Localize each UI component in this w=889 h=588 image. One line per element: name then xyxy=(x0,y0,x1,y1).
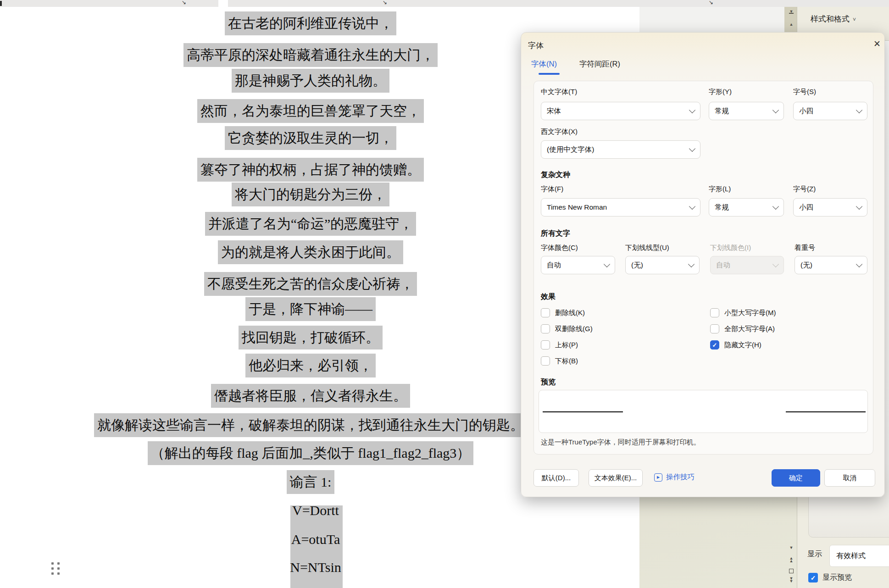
active-tab-underline xyxy=(539,73,560,75)
tab-character-spacing[interactable]: 字符间距(R) xyxy=(579,59,620,69)
checkbox-icon[interactable] xyxy=(541,356,550,366)
size-s-label: 字号(S) xyxy=(793,88,816,96)
chevron-down-icon xyxy=(772,106,779,113)
underline-style-label: 下划线线型(U) xyxy=(625,244,669,252)
workspace-top-strip xyxy=(639,7,784,32)
truetype-note: 这是一种TrueType字体，同时适用于屏幕和打印机。 xyxy=(541,438,700,447)
tips-link[interactable]: ▶ 操作技巧 xyxy=(654,472,695,482)
font-color-label: 字体颜色(C) xyxy=(541,244,578,252)
dialog-title: 字体 xyxy=(528,40,544,51)
cn-font-select[interactable]: 宋体 xyxy=(541,102,700,120)
checkbox-double-strikethrough[interactable]: 双删除线(G) xyxy=(541,323,593,334)
font-f-label: 字体(F) xyxy=(541,185,563,194)
size-z-label: 字号(Z) xyxy=(793,185,816,194)
show-styles-select[interactable]: 有效样式 xyxy=(829,545,889,567)
preview-underline-right xyxy=(786,411,866,412)
font-preview-box xyxy=(539,390,868,433)
style-l-select[interactable]: 常规 xyxy=(709,198,784,216)
emphasis-mark-select[interactable]: (无) xyxy=(795,256,867,274)
previous-page-icon[interactable]: ▲▲ xyxy=(786,557,796,562)
ruler-notch xyxy=(218,0,228,7)
chevron-down-icon xyxy=(772,261,779,267)
font-f-select[interactable]: Times New Roman xyxy=(541,198,700,216)
drag-handle-dots[interactable] xyxy=(51,562,61,577)
western-font-label: 西文字体(X) xyxy=(541,128,578,136)
chevron-down-icon xyxy=(856,203,862,209)
checkbox-icon[interactable] xyxy=(541,340,550,349)
checkbox-strikethrough[interactable]: 删除线(K) xyxy=(541,307,585,318)
effects-heading: 效果 xyxy=(541,292,556,302)
western-font-select[interactable]: (使用中文字体) xyxy=(541,140,700,159)
checkbox-hidden-text[interactable]: ✓隐藏文字(H) xyxy=(710,339,761,350)
chevron-down-icon xyxy=(688,261,695,267)
style-y-select[interactable]: 常规 xyxy=(709,102,784,120)
tab-font[interactable]: 字体(N) xyxy=(531,59,557,69)
preview-heading: 预览 xyxy=(541,377,556,387)
cancel-button[interactable]: 取消 xyxy=(824,469,875,487)
show-label: 显示 xyxy=(807,549,822,559)
play-icon: ▶ xyxy=(654,473,662,482)
pane-title[interactable]: 样式和格式˅ xyxy=(811,14,856,24)
dialog-content-card: 中文字体(T) 字形(Y) 字号(S) 宋体 常规 小四 西文字体(X) (使用… xyxy=(533,81,873,455)
top-ruler-bar: ↘ ↘ ↘ xyxy=(0,0,889,7)
style-l-label: 字形(L) xyxy=(709,185,731,194)
checkbox-icon[interactable]: ✓ xyxy=(710,340,719,349)
wrap-marker-icon: ↘ xyxy=(709,0,713,6)
complex-script-heading: 复杂文种 xyxy=(541,170,570,180)
size-z-select[interactable]: 小四 xyxy=(793,198,867,216)
chevron-down-icon xyxy=(689,106,695,113)
show-preview-label: 显示预览 xyxy=(822,573,852,582)
checkbox-checked-icon[interactable]: ✓ xyxy=(808,573,818,582)
checkbox-superscript[interactable]: 上标(P) xyxy=(541,339,578,350)
chevron-down-icon xyxy=(604,261,610,267)
all-text-heading: 所有文字 xyxy=(541,229,570,239)
doc-line[interactable]: N=NTsin xyxy=(0,555,631,579)
scroll-down-icon[interactable]: ▼ xyxy=(786,546,796,549)
underline-color-label: 下划线颜色(I) xyxy=(710,244,751,252)
size-s-select[interactable]: 小四 xyxy=(793,102,867,120)
scroll-split-icon[interactable]: ▼ xyxy=(786,10,796,14)
default-button[interactable]: 默认(D)... xyxy=(533,469,579,487)
ruler-corner-mark xyxy=(0,1,2,6)
chevron-down-icon xyxy=(772,203,779,209)
wrap-marker-icon: ↘ xyxy=(182,0,186,6)
font-dialog: 字体 ✕ 字体(N) 字符间距(R) 中文字体(T) 字形(Y) 字号(S) 宋… xyxy=(521,32,885,497)
chevron-down-icon: ˅ xyxy=(853,17,856,23)
style-y-label: 字形(Y) xyxy=(709,88,732,96)
cn-font-label: 中文字体(T) xyxy=(541,88,577,96)
checkbox-icon[interactable] xyxy=(710,308,719,317)
checkbox-icon[interactable] xyxy=(541,324,550,333)
wrap-marker-icon: ↘ xyxy=(383,0,387,6)
preview-underline-left xyxy=(543,411,623,412)
select-browse-object-icon[interactable] xyxy=(786,569,796,573)
underline-color-select: 自动 xyxy=(710,256,784,274)
doc-line[interactable]: A=otuTa xyxy=(0,527,631,551)
checkbox-icon[interactable] xyxy=(541,308,550,317)
chevron-down-icon xyxy=(689,203,695,209)
checkbox-subscript[interactable]: 下标(B) xyxy=(541,355,578,366)
font-color-select[interactable]: 自动 xyxy=(541,256,615,274)
next-page-icon[interactable]: ▼▼ xyxy=(786,577,796,582)
checkbox-all-caps[interactable]: 全部大写字母(A) xyxy=(710,323,775,334)
text-effects-button[interactable]: 文本效果(E)... xyxy=(589,469,643,487)
chevron-down-icon xyxy=(856,261,862,267)
chevron-down-icon xyxy=(856,106,862,113)
ok-button[interactable]: 确定 xyxy=(772,469,820,487)
underline-style-select[interactable]: (无) xyxy=(625,256,700,274)
show-preview-checkbox-row[interactable]: ✓ 显示预览 xyxy=(808,573,852,582)
scroll-up-icon[interactable]: ▲ xyxy=(786,23,796,26)
checkbox-icon[interactable] xyxy=(710,324,719,333)
close-icon[interactable]: ✕ xyxy=(871,38,883,50)
doc-line[interactable]: V=Dortt xyxy=(0,499,631,522)
emphasis-mark-label: 着重号 xyxy=(795,244,815,252)
chevron-down-icon xyxy=(689,145,695,151)
checkbox-small-caps[interactable]: 小型大写字母(M) xyxy=(710,307,776,318)
